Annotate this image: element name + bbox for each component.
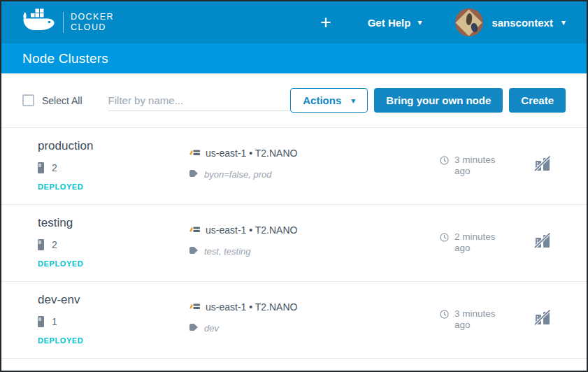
get-help-label: Get Help — [368, 17, 411, 29]
select-all-checkbox[interactable] — [22, 94, 34, 106]
tag-icon — [189, 323, 199, 334]
top-header: DOCKER CLOUD + Get Help ▾ sanscontext ▾ — [1, 1, 587, 43]
cluster-name[interactable]: dev-env — [38, 293, 83, 307]
actions-button[interactable]: Actions ▾ — [290, 88, 368, 113]
username-label: sanscontext — [492, 17, 553, 29]
region-and-type: us-east-1 • T2.NANO — [206, 301, 297, 313]
age-text: 3 minutes ago — [454, 155, 505, 177]
user-menu[interactable]: sanscontext ▾ — [455, 8, 566, 36]
metrics-unavailable-icon — [534, 156, 551, 174]
age: 3 minutes ago — [440, 155, 505, 177]
metrics-unavailable-icon — [534, 310, 551, 328]
region-line: us-east-1 • T2.NANO — [189, 148, 297, 159]
node-count: 2 — [38, 239, 83, 250]
docker-whale-icon — [22, 8, 56, 36]
bring-your-own-node-button[interactable]: Bring your own node — [374, 88, 503, 113]
aws-provider-icon — [189, 148, 201, 159]
tags-line: dev — [189, 323, 297, 334]
cluster-row-production[interactable]: production 2 DEPLOYED us-ea — [1, 128, 587, 205]
cluster-row-testing[interactable]: testing 2 DEPLOYED us-east- — [1, 205, 587, 282]
brand-wordmark: DOCKER CLOUD — [71, 12, 114, 33]
add-icon[interactable]: + — [320, 13, 331, 32]
region-and-type: us-east-1 • T2.NANO — [206, 148, 297, 159]
tags-value: dev — [204, 323, 219, 334]
tags-line: byon=false, prod — [189, 169, 297, 180]
page-title: Node Clusters — [22, 51, 108, 66]
cluster-name[interactable]: production — [38, 139, 93, 153]
chevron-down-icon: ▾ — [417, 18, 422, 27]
status-badge: DEPLOYED — [38, 183, 93, 191]
metrics-unavailable-icon — [534, 233, 551, 251]
select-all-label: Select All — [42, 95, 83, 106]
aws-provider-icon — [189, 224, 201, 236]
chevron-down-icon: ▾ — [561, 18, 566, 27]
create-button[interactable]: Create — [509, 88, 566, 113]
cluster-row-dev-env[interactable]: dev-env 1 DEPLOYED us-east- — [1, 282, 587, 359]
chevron-down-icon: ▾ — [351, 96, 355, 105]
cluster-name[interactable]: testing — [38, 216, 83, 230]
tag-icon — [189, 169, 199, 180]
node-count-value: 1 — [52, 316, 57, 327]
page-title-bar: Node Clusters — [1, 43, 587, 73]
node-count: 1 — [38, 316, 83, 327]
age: 2 minutes ago — [440, 231, 505, 254]
node-count: 2 — [38, 162, 93, 173]
region-line: us-east-1 • T2.NANO — [189, 301, 297, 313]
node-count-value: 2 — [52, 162, 57, 173]
aws-provider-icon — [189, 301, 201, 313]
tags-value: byon=false, prod — [204, 169, 271, 180]
toolbar-buttons: Actions ▾ Bring your own node Create — [290, 88, 566, 113]
status-badge: DEPLOYED — [38, 259, 83, 268]
age-text: 2 minutes ago — [454, 231, 505, 254]
region-line: us-east-1 • T2.NANO — [189, 224, 297, 236]
node-count-value: 2 — [52, 239, 57, 250]
region-and-type: us-east-1 • T2.NANO — [206, 224, 297, 236]
status-badge: DEPLOYED — [38, 336, 83, 345]
tags-line: test, testing — [189, 246, 297, 257]
node-icon — [38, 162, 44, 173]
node-icon — [38, 239, 44, 250]
brand-divider — [63, 12, 64, 33]
clock-icon — [440, 156, 449, 165]
docker-cloud-window: DOCKER CLOUD + Get Help ▾ sanscontext ▾ … — [0, 0, 588, 372]
avatar — [455, 8, 483, 36]
node-icon — [38, 316, 44, 327]
clock-icon — [440, 233, 449, 242]
header-actions: + Get Help ▾ sanscontext ▾ — [320, 8, 566, 36]
cluster-list: production 2 DEPLOYED us-ea — [1, 128, 587, 359]
brand-line2: CLOUD — [71, 22, 114, 33]
clock-icon — [440, 310, 449, 319]
age: 3 minutes ago — [440, 308, 505, 331]
brand: DOCKER CLOUD — [22, 8, 114, 36]
brand-line1: DOCKER — [71, 12, 114, 22]
filter-input[interactable] — [108, 90, 290, 111]
age-text: 3 minutes ago — [454, 308, 505, 331]
get-help-menu[interactable]: Get Help ▾ — [368, 17, 422, 29]
toolbar: Select All Actions ▾ Bring your own node… — [1, 73, 587, 128]
actions-label: Actions — [303, 94, 341, 106]
tags-value: test, testing — [204, 246, 250, 257]
tag-icon — [189, 246, 199, 257]
